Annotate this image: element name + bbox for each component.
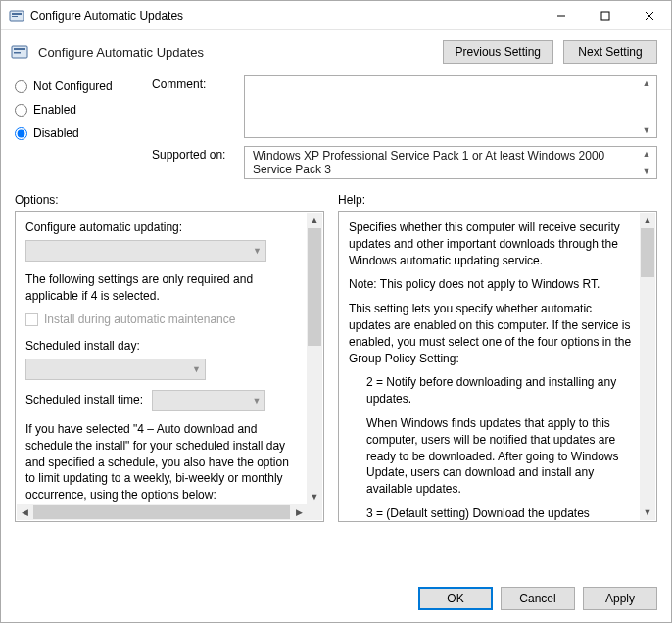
options-pane: Configure automatic updating: ▼ The foll…: [15, 211, 324, 522]
svg-rect-4: [601, 12, 609, 20]
help-paragraph: Note: This policy does not apply to Wind…: [349, 276, 635, 293]
supported-on-label: Supported on:: [152, 146, 238, 162]
options-section-label: Options:: [15, 193, 324, 207]
radio-not-configured[interactable]: Not Configured: [15, 79, 142, 93]
supported-on-value: Windows XP Professional Service Pack 1 o…: [244, 146, 657, 179]
configure-updating-dropdown[interactable]: ▼: [25, 240, 266, 262]
comment-textarea[interactable]: ▲ ▼: [244, 75, 657, 138]
help-option-2-head: 2 = Notify before downloading and instal…: [349, 374, 635, 407]
help-paragraph: Specifies whether this computer will rec…: [349, 219, 635, 268]
install-maintenance-checkbox[interactable]: Install during automatic maintenance: [25, 312, 302, 328]
scroll-down-icon[interactable]: ▼: [639, 125, 654, 135]
options-horizontal-scrollbar[interactable]: ◀ ▶: [17, 504, 307, 520]
scroll-up-icon[interactable]: ▲: [639, 78, 654, 88]
options-vertical-scrollbar[interactable]: ▲ ▼: [307, 213, 322, 504]
radio-disabled[interactable]: Disabled: [15, 126, 142, 140]
scroll-down-icon[interactable]: ▼: [640, 504, 655, 520]
svg-rect-1: [12, 13, 22, 15]
help-option-2-body: When Windows finds updates that apply to…: [349, 415, 635, 498]
help-section-label: Help:: [338, 193, 365, 207]
scroll-up-icon[interactable]: ▲: [640, 213, 655, 228]
scroll-left-icon[interactable]: ◀: [17, 504, 32, 520]
titlebar: Configure Automatic Updates: [1, 1, 671, 30]
app-icon: [9, 8, 24, 24]
minimize-button[interactable]: [539, 1, 583, 29]
help-option-3-head: 3 = (Default setting) Download the updat…: [349, 505, 635, 521]
svg-rect-8: [14, 48, 25, 50]
chevron-down-icon: ▼: [192, 363, 201, 376]
page-title: Configure Automatic Updates: [38, 45, 433, 60]
help-vertical-scrollbar[interactable]: ▲ ▼: [640, 213, 655, 520]
scheduled-time-dropdown[interactable]: ▼: [152, 390, 265, 411]
chevron-down-icon: ▼: [253, 395, 262, 407]
cancel-button[interactable]: Cancel: [501, 587, 575, 610]
ok-button[interactable]: OK: [418, 587, 493, 610]
svg-rect-9: [14, 52, 21, 54]
install-maintenance-label: Install during automatic maintenance: [44, 312, 235, 328]
header-row: Configure Automatic Updates Previous Set…: [1, 30, 671, 72]
maximize-button[interactable]: [583, 1, 627, 29]
window-title: Configure Automatic Updates: [30, 9, 539, 23]
policy-icon: [11, 43, 28, 61]
help-pane: Specifies whether this computer will rec…: [338, 211, 657, 522]
comment-label: Comment:: [152, 75, 238, 91]
scroll-down-icon[interactable]: ▼: [307, 489, 322, 504]
dialog-footer: OK Cancel Apply: [1, 575, 671, 622]
svg-rect-2: [12, 16, 18, 17]
chevron-down-icon: ▼: [253, 245, 262, 258]
scheduled-day-dropdown[interactable]: ▼: [25, 359, 206, 380]
apply-button[interactable]: Apply: [583, 587, 657, 610]
checkbox-icon: [25, 313, 38, 326]
help-paragraph: This setting lets you specify whether au…: [349, 301, 635, 366]
next-setting-button[interactable]: Next Setting: [563, 40, 657, 64]
supported-on-text: Windows XP Professional Service Pack 1 o…: [253, 149, 633, 176]
radio-label: Not Configured: [33, 79, 113, 93]
scheduled-day-label: Scheduled install day:: [25, 338, 302, 355]
scroll-up-icon[interactable]: ▲: [307, 213, 322, 228]
radio-label: Enabled: [33, 103, 76, 117]
scroll-right-icon[interactable]: ▶: [291, 504, 307, 520]
scheduled-time-label: Scheduled install time:: [25, 393, 143, 407]
close-button[interactable]: [627, 1, 671, 29]
scroll-up-icon[interactable]: ▲: [639, 149, 654, 159]
options-note: The following settings are only required…: [25, 271, 302, 305]
configure-updating-label: Configure automatic updating:: [25, 219, 302, 236]
radio-label: Disabled: [33, 126, 79, 140]
previous-setting-button[interactable]: Previous Setting: [443, 40, 553, 64]
options-bottom-note: If you have selected "4 – Auto download …: [25, 421, 302, 503]
scroll-down-icon[interactable]: ▼: [639, 167, 654, 176]
radio-enabled[interactable]: Enabled: [15, 103, 142, 117]
